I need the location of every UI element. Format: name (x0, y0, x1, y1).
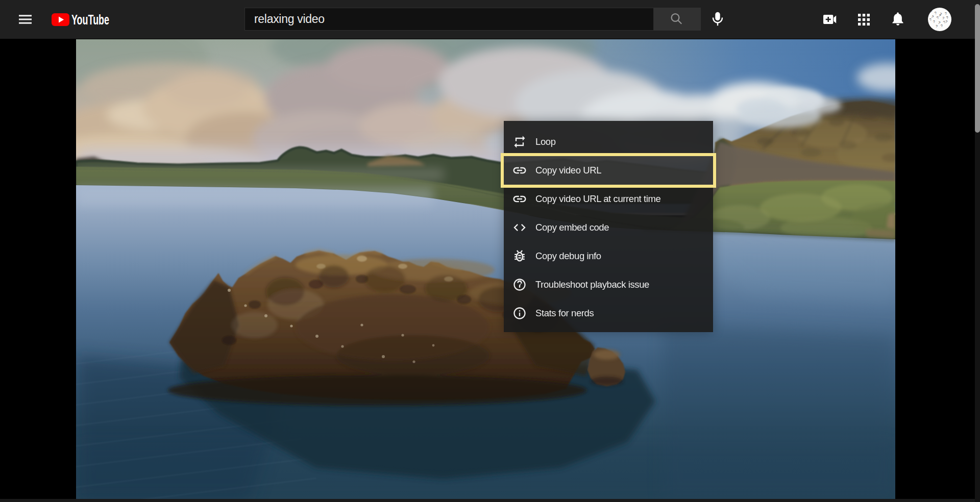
svg-text:YouTube: YouTube (71, 13, 109, 27)
